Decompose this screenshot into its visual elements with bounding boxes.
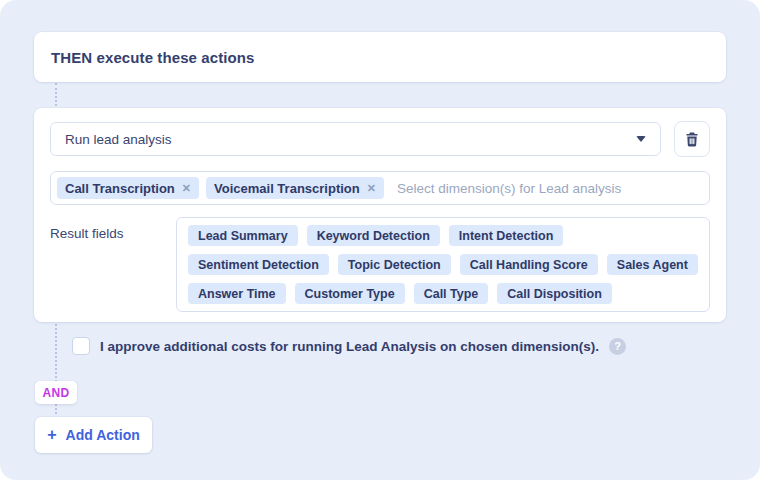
delete-action-button[interactable] [674,121,710,157]
result-field-chip: Call Disposition [497,283,611,304]
action-type-value: Run lead analysis [65,132,636,147]
result-fields-label: Result fields [50,217,176,312]
approve-costs-label: I approve additional costs for running L… [100,339,599,354]
result-fields-chip-row: Lead SummaryKeyword DetectionIntent Dete… [188,225,698,246]
result-field-chip: Lead Summary [188,225,298,246]
action-type-select[interactable]: Run lead analysis [50,122,661,156]
dimensions-tags-input[interactable]: Call Transcription✕Voicemail Transcripti… [50,171,710,205]
remove-tag-icon[interactable]: ✕ [182,182,191,195]
automation-actions-panel: THEN execute these actions Run lead anal… [0,0,760,480]
result-field-chip: Topic Detection [338,254,451,275]
and-connector-badge: AND [35,381,77,404]
add-action-button[interactable]: + Add Action [35,417,152,453]
result-field-chip: Customer Type [295,283,405,304]
result-field-chip: Keyword Detection [307,225,440,246]
result-field-chip: Answer Time [188,283,286,304]
then-header-card: THEN execute these actions [34,32,726,82]
dimension-tag[interactable]: Call Transcription✕ [57,177,199,199]
dimension-tags: Call Transcription✕Voicemail Transcripti… [57,177,384,199]
dimensions-search-input[interactable] [391,181,703,196]
add-action-label: Add Action [66,427,140,443]
trash-icon [684,131,700,148]
result-field-chip: Sales Agent [607,254,698,275]
result-field-chip: Sentiment Detection [188,254,329,275]
result-fields-box: Lead SummaryKeyword DetectionIntent Dete… [176,217,710,312]
result-field-chip: Call Handling Score [460,254,598,275]
dimension-tag[interactable]: Voicemail Transcription✕ [206,177,384,199]
action-select-row: Run lead analysis [50,121,710,157]
result-field-chip: Intent Detection [449,225,563,246]
page-title: THEN execute these actions [51,49,255,66]
dimension-tag-label: Voicemail Transcription [214,181,360,196]
result-fields-row: Result fields Lead SummaryKeyword Detect… [50,217,710,312]
action-card: Run lead analysis Call Transcription✕Voi… [34,108,726,322]
approve-costs-checkbox[interactable] [72,337,90,355]
result-field-chip: Call Type [414,283,489,304]
chevron-down-icon [636,136,646,142]
result-fields-chip-row: Sentiment DetectionTopic DetectionCall H… [188,254,698,275]
approval-row: I approve additional costs for running L… [72,337,726,355]
plus-icon: + [47,427,56,443]
result-fields-chip-row: Answer TimeCustomer TypeCall TypeCall Di… [188,283,698,304]
remove-tag-icon[interactable]: ✕ [367,182,376,195]
dimension-tag-label: Call Transcription [65,181,175,196]
help-icon[interactable]: ? [609,338,626,355]
